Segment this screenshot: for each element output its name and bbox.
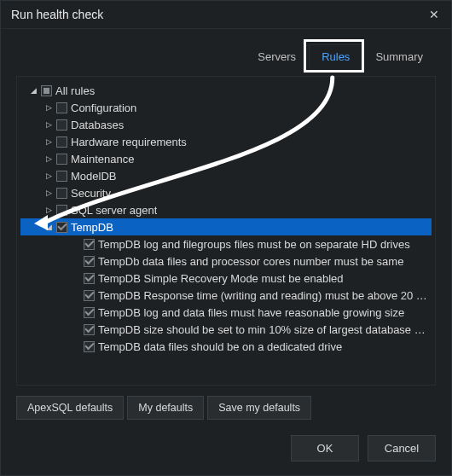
tree-rule[interactable]: TempDB size should be set to min 10% siz…	[20, 321, 432, 338]
checkbox[interactable]	[84, 324, 95, 335]
checkbox[interactable]	[56, 136, 67, 148]
checkbox[interactable]	[84, 290, 95, 301]
tree-item-label: TempDB Simple Recovery Mode must be enab…	[98, 272, 344, 285]
checkbox[interactable]	[41, 85, 52, 96]
tree-item-label: TempDB log and data files must have reas…	[98, 306, 404, 319]
tree-item-label: TempDB size should be set to min 10% siz…	[98, 323, 428, 336]
tree-rule[interactable]: TempDB Response time (writing and readin…	[20, 287, 432, 304]
expand-icon[interactable]: ▷	[44, 120, 53, 129]
checkbox[interactable]	[56, 171, 67, 182]
checkbox[interactable]	[56, 119, 67, 131]
expand-icon[interactable]: ▷	[44, 103, 53, 112]
expand-icon[interactable]: ▷	[44, 154, 53, 163]
expand-icon[interactable]: ▷	[44, 189, 53, 197]
tree-item-label: Security	[71, 187, 111, 200]
checkbox[interactable]	[56, 222, 67, 233]
checkbox[interactable]	[84, 341, 95, 352]
tree-item-label: TempDB log and filegroups files must be …	[98, 238, 410, 251]
expand-icon[interactable]: ▷	[44, 206, 53, 214]
checkbox[interactable]	[84, 256, 95, 267]
collapse-icon[interactable]: ◢	[29, 86, 38, 95]
tree-category[interactable]: ▷Security	[20, 184, 432, 201]
tree-root-all-rules[interactable]: ◢All rules	[20, 82, 432, 99]
tree-rule[interactable]: TempDB Simple Recovery Mode must be enab…	[20, 270, 432, 287]
tab-summary[interactable]: Summary	[362, 44, 436, 69]
ok-button[interactable]: OK	[291, 435, 359, 461]
tree-rule[interactable]: TempDB log and filegroups files must be …	[20, 235, 432, 253]
tree-item-label: SQL server agent	[71, 204, 157, 217]
tab-rules[interactable]: Rules	[309, 44, 362, 69]
cancel-button[interactable]: Cancel	[368, 435, 436, 461]
tree-item-label: TempDB Response time (writing and readin…	[98, 289, 428, 302]
expand-icon[interactable]: ▷	[44, 171, 53, 180]
tree-category-tempdb[interactable]: ◢TempDB	[20, 218, 432, 235]
checkbox[interactable]	[84, 273, 95, 284]
tree-category[interactable]: ▷Databases	[20, 116, 432, 133]
tabs: Servers Rules Summary	[1, 29, 451, 73]
apexsql-defaults-button[interactable]: ApexSQL defaults	[16, 396, 124, 420]
dialog-button-row: OK Cancel	[1, 427, 451, 475]
tree-item-label: TempDB data files should be on a dedicat…	[98, 340, 342, 353]
tree-rule[interactable]: TempDB data files should be on a dedicat…	[20, 338, 432, 355]
tree-rule[interactable]: TempDB log and data files must have reas…	[20, 304, 432, 321]
titlebar: Run health check ✕	[1, 1, 451, 29]
tab-servers[interactable]: Servers	[245, 44, 309, 69]
tree-item-label: Databases	[71, 119, 124, 131]
checkbox[interactable]	[56, 205, 67, 216]
tree-rule[interactable]: TempDb data files and processor cores nu…	[20, 253, 432, 270]
tree-item-label: All rules	[55, 84, 95, 97]
tree-category[interactable]: ▷Maintenance	[20, 150, 432, 167]
health-check-dialog: Run health check ✕ Servers Rules Summary…	[0, 0, 452, 476]
checkbox[interactable]	[56, 154, 67, 165]
collapse-icon[interactable]: ◢	[44, 223, 53, 231]
defaults-button-row: ApexSQL defaults My defaults Save my def…	[1, 392, 451, 427]
my-defaults-button[interactable]: My defaults	[127, 396, 204, 420]
window-title: Run health check	[11, 8, 103, 21]
tree-item-label: Maintenance	[71, 153, 134, 165]
tree-category[interactable]: ▷ModelDB	[20, 167, 432, 184]
rules-tree: ◢All rules▷Configuration▷Databases▷Hardw…	[16, 76, 436, 386]
tree-item-label: ModelDB	[71, 170, 116, 183]
tree-item-label: Configuration	[71, 102, 136, 114]
tree-category[interactable]: ▷Configuration	[20, 99, 432, 116]
tree-item-label: TempDB	[71, 221, 113, 234]
save-my-defaults-button[interactable]: Save my defaults	[207, 396, 311, 420]
tree-category[interactable]: ▷SQL server agent	[20, 201, 432, 218]
tree-item-label: Hardware requirements	[71, 136, 187, 148]
checkbox[interactable]	[84, 307, 95, 318]
tree-item-label: TempDb data files and processor cores nu…	[98, 255, 403, 268]
expand-icon[interactable]: ▷	[44, 137, 53, 146]
checkbox[interactable]	[84, 239, 95, 250]
tree-category[interactable]: ▷Hardware requirements	[20, 133, 432, 150]
checkbox[interactable]	[56, 188, 67, 199]
checkbox[interactable]	[56, 102, 67, 113]
close-icon[interactable]: ✕	[426, 6, 443, 23]
